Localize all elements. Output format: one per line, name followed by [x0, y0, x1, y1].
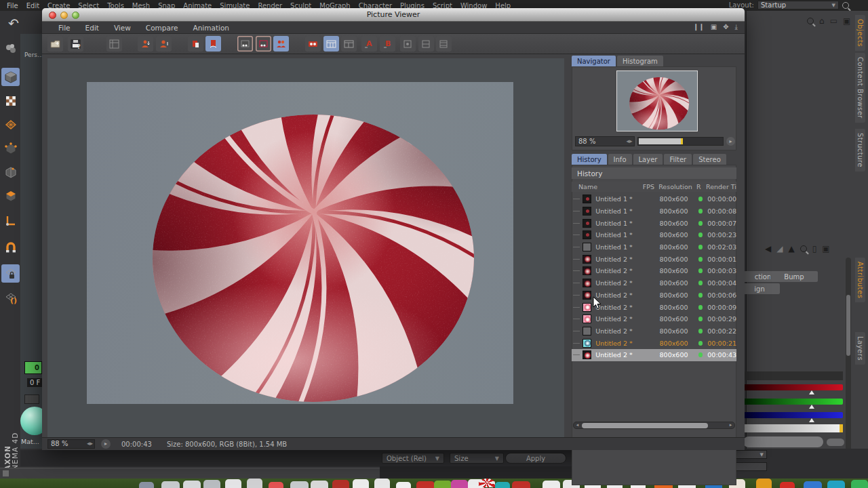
open-button[interactable]: [47, 36, 63, 52]
dock-icon[interactable]: [495, 482, 510, 488]
dock-icon[interactable]: [512, 481, 530, 488]
save-button[interactable]: ?: [68, 36, 83, 52]
frame-counter[interactable]: 0: [24, 361, 42, 374]
nav-a-button[interactable]: [138, 36, 153, 52]
layout-blue-button[interactable]: [323, 36, 339, 52]
dock-tab-structure[interactable]: Structure: [855, 129, 865, 171]
navigator-thumbnail[interactable]: [616, 70, 698, 131]
material-tab-ign[interactable]: ign: [739, 283, 780, 294]
tab-histogram[interactable]: Histogram: [617, 56, 663, 66]
dock-icon[interactable]: [311, 481, 328, 488]
tab-stereo[interactable]: Stereo: [693, 154, 726, 165]
dock-icon[interactable]: [416, 481, 435, 488]
apply-button[interactable]: Apply: [505, 453, 566, 464]
layout-gray-button[interactable]: [341, 36, 357, 52]
tab-info[interactable]: Info: [608, 154, 632, 165]
history-row[interactable]: Untitled 2 *800x600 00:00:21: [572, 337, 736, 349]
tool-grid-snap[interactable]: [1, 264, 20, 283]
material-tab-bump[interactable]: Bump: [770, 271, 818, 282]
dock-tab-objects[interactable]: Objects: [855, 15, 865, 51]
dock-icon[interactable]: [353, 479, 369, 488]
viewer-menu-animation[interactable]: Animation: [193, 24, 229, 32]
dock-icon[interactable]: [225, 479, 241, 488]
set-b-button[interactable]: B: [380, 36, 395, 52]
titlebar[interactable]: Picture Viewer: [42, 8, 745, 22]
dock-icon[interactable]: [396, 482, 411, 488]
dock-icon[interactable]: [247, 479, 262, 488]
layout-dropdown[interactable]: Startup▼: [757, 1, 839, 9]
dock-icon[interactable]: [139, 482, 154, 488]
blue-slider-handle[interactable]: [808, 418, 814, 424]
history-row[interactable]: Untitled 1 *800x600 00:00:07: [572, 217, 736, 229]
frame-b-button[interactable]: [256, 36, 271, 52]
compare-blue-button[interactable]: [205, 36, 221, 52]
viewer-menu-compare[interactable]: Compare: [146, 24, 178, 32]
nav-b-button[interactable]: [156, 36, 172, 52]
frame-a-button[interactable]: [237, 36, 253, 52]
history-row[interactable]: Untitled 2 *800x600 00:00:03: [572, 265, 736, 277]
red-slider[interactable]: [743, 384, 843, 390]
link-1-button[interactable]: [400, 36, 416, 52]
ab-box-button[interactable]: [305, 36, 321, 52]
link-2-button[interactable]: [418, 36, 434, 52]
snapshot-button[interactable]: [106, 36, 122, 52]
zoom-slider[interactable]: [637, 137, 724, 146]
history-row[interactable]: Untitled 1 *800x600 00:00:08: [572, 205, 736, 218]
dock-icon[interactable]: [756, 479, 772, 488]
dock-icon[interactable]: [479, 479, 495, 487]
compare-red-button[interactable]: [188, 36, 203, 52]
dock-icon[interactable]: [183, 481, 201, 488]
dock-tab-layers[interactable]: Layers: [855, 332, 865, 365]
viewer-menu-view[interactable]: View: [114, 24, 131, 32]
history-row[interactable]: Untitled 2 *800x600 00:00:43: [572, 349, 736, 361]
zoom-options-button[interactable]: ▸: [726, 137, 735, 146]
tab-history[interactable]: History: [572, 154, 607, 165]
dock-icon[interactable]: [542, 481, 560, 488]
history-row[interactable]: Untitled 2 *800x600 00:00:22: [572, 325, 736, 338]
dock-icon[interactable]: [269, 482, 283, 488]
brightness-slider[interactable]: [743, 424, 843, 432]
tool-axis-mode[interactable]: [1, 211, 20, 230]
red-slider-handle[interactable]: [808, 390, 814, 396]
tab-layer[interactable]: Layer: [633, 154, 663, 165]
viewer-window-icons[interactable]: ❙❙▣✥⤓: [693, 23, 738, 31]
tool-points-mode[interactable]: [1, 139, 20, 157]
tab-filter[interactable]: Filter: [664, 154, 692, 165]
viewer-menu-file[interactable]: File: [58, 24, 71, 32]
dock-icon[interactable]: [804, 481, 822, 488]
tool-live-selection[interactable]: [1, 39, 20, 58]
blue-slider[interactable]: [743, 412, 843, 418]
object-mode-dropdown[interactable]: Object (Rel)▼: [382, 453, 444, 464]
history-row[interactable]: Untitled 2 *800x600 00:00:04: [572, 277, 736, 289]
history-row[interactable]: Untitled 2 *800x600 00:00:29: [572, 313, 736, 325]
tool-texture-mode[interactable]: [1, 92, 20, 110]
viewer-menu-edit[interactable]: Edit: [85, 24, 99, 32]
tool-magnet-snap[interactable]: [1, 239, 20, 257]
status-zoom-field[interactable]: 88 %◂▸: [47, 439, 95, 449]
set-a-button[interactable]: A: [361, 36, 377, 52]
dock-icon[interactable]: [780, 482, 795, 488]
history-row[interactable]: Untitled 1 *800x600 00:02:03: [572, 241, 736, 253]
green-slider-handle[interactable]: [808, 405, 814, 410]
tool-model-mode[interactable]: [1, 68, 20, 86]
color-value-field[interactable]: [743, 436, 823, 447]
dock-icon[interactable]: [332, 480, 349, 488]
menu-edit[interactable]: Edit: [26, 2, 39, 9]
link-3-button[interactable]: [436, 36, 452, 52]
tool-workplane-mode[interactable]: [1, 115, 20, 134]
dock-icon[interactable]: [451, 480, 468, 488]
green-slider[interactable]: [743, 399, 843, 405]
size-mode-dropdown[interactable]: Size▼: [450, 453, 504, 464]
tab-navigator[interactable]: Navigator: [572, 56, 616, 66]
dock-icon[interactable]: [851, 480, 868, 488]
dock-icon[interactable]: [203, 480, 220, 488]
dock-tab-attributes[interactable]: Attributes: [855, 258, 865, 302]
anim-blue-button[interactable]: [273, 36, 289, 52]
zoom-percent-field[interactable]: 88 %◂▸: [575, 136, 635, 146]
dock-icon[interactable]: [434, 481, 452, 488]
search-icon[interactable]: [842, 2, 849, 9]
history-row[interactable]: Untitled 1 *800x600 00:00:00: [572, 193, 736, 205]
menu-file[interactable]: File: [7, 2, 18, 9]
history-horizontal-scrollbar[interactable]: ◂▸: [573, 422, 735, 429]
history-row[interactable]: Untitled 1 *800x600 00:00:23: [572, 229, 736, 241]
